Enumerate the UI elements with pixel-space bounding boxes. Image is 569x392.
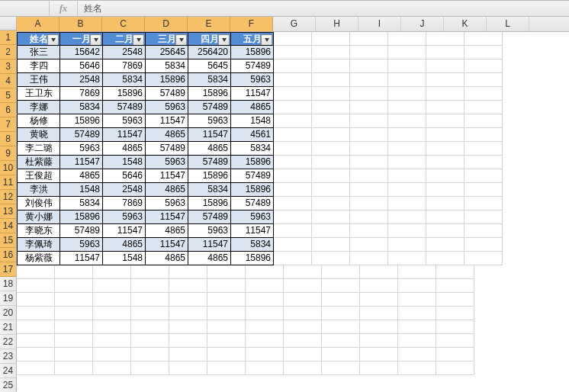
cell-empty[interactable] [360, 307, 398, 320]
cell-value[interactable]: 15896 [60, 210, 103, 224]
cell-empty[interactable] [246, 348, 284, 361]
cell-value[interactable]: 1548 [231, 114, 274, 128]
cell-empty[interactable] [131, 334, 169, 348]
cell-empty[interactable] [350, 224, 388, 238]
cell-empty[interactable] [398, 307, 436, 320]
cell-value[interactable]: 11547 [146, 238, 188, 252]
cell-value[interactable]: 5963 [146, 197, 188, 210]
row-header-10[interactable]: 10 [0, 161, 16, 175]
cell-empty[interactable] [131, 265, 169, 279]
cell-empty[interactable] [350, 142, 388, 156]
row-header-9[interactable]: 9 [0, 146, 16, 161]
cell-empty[interactable] [93, 361, 131, 375]
cell-empty[interactable] [436, 279, 474, 293]
col-header-F[interactable]: F [230, 17, 273, 31]
cell-empty[interactable] [274, 73, 312, 87]
cell-name[interactable]: 杨修 [17, 114, 60, 128]
cell-empty[interactable] [274, 252, 312, 265]
cell-empty[interactable] [207, 334, 246, 348]
cell-empty[interactable] [398, 320, 436, 334]
row-header-6[interactable]: 6 [0, 103, 16, 117]
cell-empty[interactable] [436, 320, 474, 334]
cell-empty[interactable] [465, 183, 503, 197]
row-header-15[interactable]: 15 [0, 233, 16, 248]
cell-value[interactable]: 1548 [103, 252, 146, 265]
cell-value[interactable]: 5963 [103, 114, 146, 128]
cell-value[interactable]: 15896 [146, 73, 188, 87]
cell-empty[interactable] [388, 46, 426, 59]
cell-value[interactable]: 11547 [60, 252, 103, 265]
cell-empty[interactable] [322, 279, 360, 293]
cell-name[interactable]: 李娜 [17, 101, 60, 114]
cell-empty[interactable] [350, 32, 388, 46]
row-header-7[interactable]: 7 [0, 117, 16, 132]
cell-empty[interactable] [350, 156, 388, 169]
cell-empty[interactable] [350, 73, 388, 87]
cell-empty[interactable] [55, 293, 93, 307]
row-header-5[interactable]: 5 [0, 88, 16, 103]
filter-dropdown-icon[interactable] [261, 34, 272, 46]
cell-empty[interactable] [207, 348, 246, 361]
cell-empty[interactable] [312, 197, 350, 210]
cell-empty[interactable] [436, 334, 474, 348]
cell-empty[interactable] [322, 348, 360, 361]
cell-value[interactable]: 11547 [146, 169, 188, 183]
col-header-K[interactable]: K [444, 17, 487, 31]
cell-empty[interactable] [284, 361, 322, 375]
cell-empty[interactable] [274, 59, 312, 73]
col-header-E[interactable]: E [188, 17, 230, 31]
cell-empty[interactable] [312, 46, 350, 59]
col-header-A[interactable]: A [17, 17, 59, 31]
cell-empty[interactable] [398, 293, 436, 307]
cell-value[interactable]: 5963 [231, 73, 274, 87]
cell-empty[interactable] [398, 334, 436, 348]
cell-value[interactable]: 4865 [231, 101, 274, 114]
row-header-25[interactable]: 25 [0, 378, 16, 392]
cell-empty[interactable] [350, 210, 388, 224]
cell-value[interactable]: 4865 [146, 128, 188, 142]
cell-value[interactable]: 5834 [60, 101, 103, 114]
cell-value[interactable]: 11547 [146, 210, 188, 224]
cell-empty[interactable] [246, 307, 284, 320]
cell-empty[interactable] [465, 238, 503, 252]
cell-empty[interactable] [388, 252, 426, 265]
cell-empty[interactable] [274, 101, 312, 114]
cell-name[interactable]: 张三 [17, 46, 60, 59]
cell-empty[interactable] [360, 348, 398, 361]
cell-value[interactable]: 5963 [231, 210, 274, 224]
cell-empty[interactable] [388, 210, 426, 224]
cell-value[interactable]: 5963 [146, 156, 188, 169]
cell-empty[interactable] [246, 279, 284, 293]
cell-name[interactable]: 李洪 [17, 183, 60, 197]
cell-value[interactable]: 256420 [188, 46, 231, 59]
cell-empty[interactable] [350, 101, 388, 114]
cell-empty[interactable] [350, 238, 388, 252]
cell-value[interactable]: 4865 [103, 238, 146, 252]
cell-empty[interactable] [426, 169, 465, 183]
cell-empty[interactable] [17, 348, 55, 361]
cell-value[interactable]: 4865 [146, 224, 188, 238]
cell-empty[interactable] [388, 224, 426, 238]
cell-empty[interactable] [246, 334, 284, 348]
cell-empty[interactable] [207, 361, 246, 375]
cell-value[interactable]: 11547 [188, 238, 231, 252]
cell-value[interactable]: 57489 [103, 101, 146, 114]
row-header-24[interactable]: 24 [0, 364, 16, 378]
row-header-12[interactable]: 12 [0, 190, 16, 204]
cell-empty[interactable] [312, 128, 350, 142]
cell-empty[interactable] [169, 279, 207, 293]
cell-empty[interactable] [465, 169, 503, 183]
cell-value[interactable]: 5963 [103, 210, 146, 224]
cell-empty[interactable] [426, 73, 465, 87]
cell-empty[interactable] [55, 307, 93, 320]
cell-empty[interactable] [17, 334, 55, 348]
cell-empty[interactable] [360, 265, 398, 279]
cell-empty[interactable] [93, 348, 131, 361]
cell-value[interactable]: 5834 [188, 73, 231, 87]
cell-empty[interactable] [465, 224, 503, 238]
name-box[interactable] [0, 1, 50, 16]
cell-empty[interactable] [274, 46, 312, 59]
cell-value[interactable]: 1548 [103, 156, 146, 169]
cell-empty[interactable] [131, 293, 169, 307]
row-header-8[interactable]: 8 [0, 132, 16, 146]
